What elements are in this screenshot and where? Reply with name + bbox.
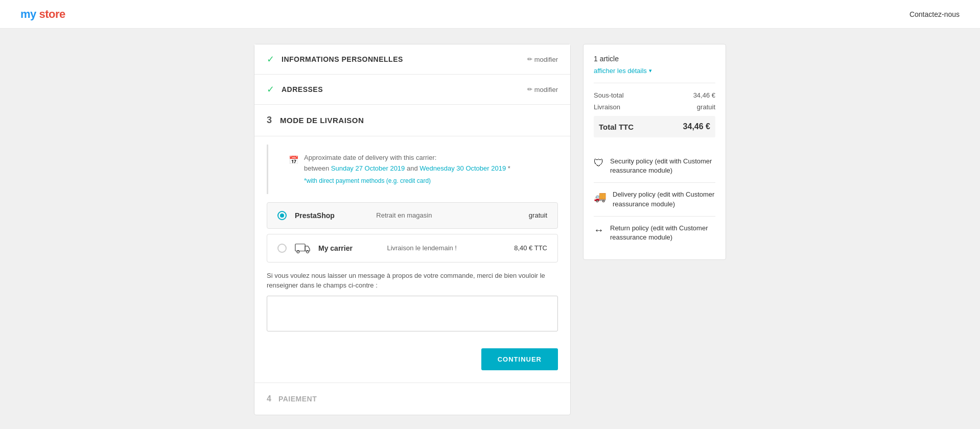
site-logo: my store xyxy=(20,8,65,21)
summary-divider xyxy=(594,83,715,83)
reassurance-security-text: Security policy (edit with Customer reas… xyxy=(610,157,715,175)
delivery-date-content: Approximate date of delivery with this c… xyxy=(304,153,510,186)
carrier-truck-icon xyxy=(295,243,311,254)
carrier-price-prestashop: gratuit xyxy=(529,211,547,219)
delivery-date-start: Sunday 27 October 2019 xyxy=(331,164,405,172)
shipping-value: gratuit xyxy=(697,103,715,111)
step2-modifier-link[interactable]: ✏ modifier xyxy=(527,86,558,93)
total-label: Total TTC xyxy=(599,123,634,131)
delivery-between: between xyxy=(304,164,329,172)
message-label: Si vous voulez nous laisser un message à… xyxy=(267,271,558,291)
checkout-panel: ✓ INFORMATIONS PERSONNELLES ✏ modifier ✓… xyxy=(254,44,571,415)
subtotal-value: 34,46 € xyxy=(693,91,715,99)
logo-store: store xyxy=(36,8,65,20)
delivery-intro: Approximate date of delivery with this c… xyxy=(304,154,436,161)
delivery-date-end-text: Wednesday 30 October 2019 xyxy=(419,164,506,172)
step4-row: 4 PAIEMENT xyxy=(254,383,570,415)
return-icon: ↔ xyxy=(594,224,604,236)
step1-check-icon: ✓ xyxy=(267,54,274,65)
delivery-asterisk: * xyxy=(508,164,510,172)
chevron-down-icon: ▾ xyxy=(649,67,652,74)
carrier-price-mycarrier: 8,40 € TTC xyxy=(514,244,547,252)
step2-modifier-label: modifier xyxy=(534,86,558,93)
message-section: Si vous voulez nous laisser un message à… xyxy=(267,271,558,333)
step3-header: 3 MODE DE LIVRAISON xyxy=(254,105,570,136)
logo-my: my xyxy=(20,8,36,20)
carrier-radio-mycarrier[interactable] xyxy=(277,244,287,253)
total-line: Total TTC 34,46 € xyxy=(594,116,715,137)
shipping-label: Livraison xyxy=(594,103,620,111)
step1-pencil-icon: ✏ xyxy=(527,56,532,63)
show-details-link[interactable]: afficher les détails ▾ xyxy=(594,67,715,75)
shipping-line: Livraison gratuit xyxy=(594,103,715,111)
step3-number: 3 xyxy=(267,115,272,126)
carrier-options: PrestaShop Retrait en magasin gratuit My… xyxy=(267,202,558,263)
step2-row: ✓ ADRESSES ✏ modifier xyxy=(254,75,570,105)
btn-section: CONTINUER xyxy=(254,343,570,383)
step1-modifier-label: modifier xyxy=(534,56,558,63)
contact-link[interactable]: Contactez-nous xyxy=(909,10,960,18)
carrier-desc-prestashop: Retrait en magasin xyxy=(376,211,529,219)
step1-title: INFORMATIONS PERSONNELLES xyxy=(282,55,527,63)
delivery-payment-note: *with direct payment methods (e.g. credi… xyxy=(304,176,510,186)
delivery-intro-text: Approximate date of delivery with this c… xyxy=(304,153,510,174)
reassurance-section: 🛡 Security policy (edit with Customer re… xyxy=(594,150,715,249)
calendar-icon: 📅 xyxy=(289,154,299,167)
step2-title: ADRESSES xyxy=(282,85,527,93)
show-details-label: afficher les détails xyxy=(594,67,647,75)
carrier-option-mycarrier[interactable]: My carrier Livraison le lendemain ! 8,40… xyxy=(267,234,558,263)
shield-icon: 🛡 xyxy=(594,157,604,169)
message-textarea[interactable] xyxy=(267,296,558,331)
step4-title: PAIEMENT xyxy=(278,395,317,403)
carrier-radio-prestashop[interactable] xyxy=(277,211,287,220)
reassurance-return-text: Return policy (edit with Customer reassu… xyxy=(610,224,715,242)
carrier-option-prestashop[interactable]: PrestaShop Retrait en magasin gratuit xyxy=(267,202,558,229)
step4-number: 4 xyxy=(267,394,271,403)
step2-check-icon: ✓ xyxy=(267,84,274,95)
total-value: 34,46 € xyxy=(683,122,710,131)
page-header: my store Contactez-nous xyxy=(0,0,980,29)
reassurance-delivery-text: Delivery policy (edit with Customer reas… xyxy=(613,190,715,208)
main-container: ✓ INFORMATIONS PERSONNELLES ✏ modifier ✓… xyxy=(183,29,797,429)
reassurance-security: 🛡 Security policy (edit with Customer re… xyxy=(594,150,715,183)
step1-modifier-link[interactable]: ✏ modifier xyxy=(527,56,558,63)
article-count: 1 article xyxy=(594,55,715,63)
carrier-name-mycarrier: My carrier xyxy=(318,244,382,252)
svg-rect-0 xyxy=(295,244,305,251)
subtotal-label: Sous-total xyxy=(594,91,624,99)
reassurance-return: ↔ Return policy (edit with Customer reas… xyxy=(594,217,715,249)
continuer-button[interactable]: CONTINUER xyxy=(481,348,558,370)
delivery-truck-icon: 🚚 xyxy=(594,190,606,203)
step3-title: MODE DE LIVRAISON xyxy=(280,116,364,125)
order-summary: 1 article afficher les détails ▾ Sous-to… xyxy=(583,44,726,260)
step1-row: ✓ INFORMATIONS PERSONNELLES ✏ modifier xyxy=(254,44,570,75)
delivery-and-text: and xyxy=(407,164,418,172)
subtotal-line: Sous-total 34,46 € xyxy=(594,91,715,99)
step2-pencil-icon: ✏ xyxy=(527,86,532,93)
carrier-desc-mycarrier: Livraison le lendemain ! xyxy=(387,244,514,252)
reassurance-delivery: 🚚 Delivery policy (edit with Customer re… xyxy=(594,183,715,216)
delivery-info: 📅 Approximate date of delivery with this… xyxy=(267,145,558,194)
carrier-name-prestashop: PrestaShop xyxy=(295,211,371,220)
delivery-date-row: 📅 Approximate date of delivery with this… xyxy=(289,153,546,186)
